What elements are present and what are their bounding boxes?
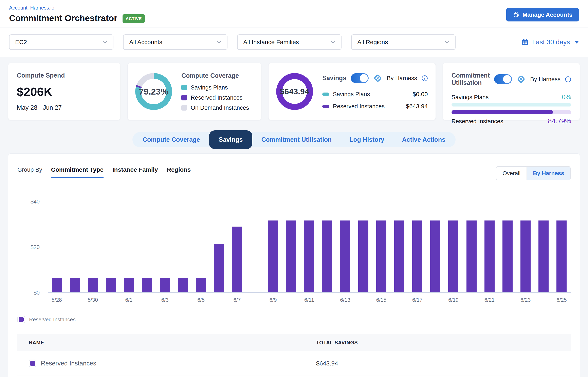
x-axis-tick: 6/19 [444, 297, 462, 303]
x-axis-tick [210, 297, 228, 303]
bar-slot-6/10 [282, 221, 300, 292]
filter-select-1[interactable]: All Accounts [123, 35, 227, 50]
date-range-picker[interactable]: Last 30 days [521, 38, 579, 46]
app-header: Account: Harness.io Commitment Orchestra… [0, 0, 588, 27]
bar-6/7[interactable] [232, 226, 242, 292]
chevron-down-icon [102, 41, 107, 44]
bar-6/12[interactable] [322, 221, 332, 292]
bar-6/16[interactable] [394, 221, 404, 292]
bar-5/31[interactable] [106, 278, 116, 292]
group-by-commitment-type[interactable]: Commitment Type [51, 166, 103, 178]
bar-5/29[interactable] [70, 278, 80, 292]
x-axis-tick [102, 297, 120, 303]
bar-slot-6/7 [228, 226, 246, 292]
bar-6/5[interactable] [196, 278, 206, 292]
bar-slot-6/13 [336, 221, 354, 292]
bar-slot-6/9 [264, 221, 282, 292]
bar-6/3[interactable] [160, 278, 170, 292]
bar-slot-6/19 [444, 221, 462, 292]
tab-log-history[interactable]: Log History [341, 132, 393, 147]
bar-5/30[interactable] [88, 278, 98, 292]
bar-6/11[interactable] [304, 221, 314, 292]
bar-5/28[interactable] [52, 278, 62, 292]
table-header: NAME TOTAL SAVINGS [17, 334, 571, 351]
legend-swatch [322, 105, 329, 108]
view-toggle-by-harness[interactable]: By Harness [527, 167, 570, 180]
bar-6/21[interactable] [485, 221, 495, 292]
legend-swatch [322, 93, 329, 96]
utilisation-by-harness-toggle[interactable] [494, 74, 512, 84]
bar-6/18[interactable] [430, 221, 440, 292]
bar-slot-5/31 [102, 278, 120, 292]
bar-slot-6/20 [462, 221, 480, 292]
bar-slot-6/2 [138, 278, 156, 292]
bar-6/15[interactable] [376, 221, 386, 292]
info-icon[interactable] [565, 76, 571, 82]
savings-by-harness-label: By Harness [387, 75, 417, 82]
bar-6/17[interactable] [412, 221, 422, 292]
view-toggle-overall[interactable]: Overall [496, 167, 527, 180]
bar-6/13[interactable] [340, 221, 350, 292]
bar-6/19[interactable] [448, 221, 458, 292]
savings-title: Savings [322, 74, 346, 82]
row-checkbox[interactable] [29, 360, 36, 367]
bar-slot-6/5 [192, 278, 210, 292]
savings-donut: $643.94 [276, 73, 313, 110]
group-by-regions[interactable]: Regions [167, 166, 191, 178]
chart-x-axis: 5/285/306/16/36/56/76/96/116/136/156/176… [48, 297, 571, 303]
tab-savings[interactable]: Savings [209, 130, 253, 149]
reserved-instances-legend-checkbox[interactable] [17, 316, 25, 323]
x-axis-tick [246, 297, 264, 303]
table-row[interactable]: Reserved Instances$643.94 [17, 351, 571, 376]
savings-by-harness-toggle[interactable] [351, 73, 369, 83]
bar-slot-6/14 [354, 221, 372, 292]
bar-slot-6/12 [318, 221, 336, 292]
coverage-legend-item: Reserved Instances [181, 94, 249, 101]
bar-slot-6/22 [499, 221, 516, 292]
bar-slot-6/3 [156, 278, 174, 292]
bar-6/6[interactable] [214, 244, 224, 292]
bar-6/14[interactable] [358, 221, 368, 292]
filter-select-3[interactable]: All Regions [351, 35, 455, 50]
chevron-down-icon [445, 41, 449, 44]
group-by-instance-family[interactable]: Instance Family [112, 166, 158, 178]
bar-slot-6/24 [535, 221, 553, 292]
bar-6/24[interactable] [538, 221, 549, 292]
bar-6/25[interactable] [556, 221, 566, 292]
savings-bar-chart: $0$20$40 5/285/306/16/36/56/76/96/116/13… [17, 202, 571, 303]
bar-6/2[interactable] [142, 278, 152, 292]
filters-group: EC2All AccountsAll Instance FamiliesAll … [9, 35, 455, 50]
compute-spend-period: May 28 - Jun 27 [17, 104, 112, 111]
legend-swatch [181, 95, 187, 100]
savings-plans-utilisation-bar [452, 103, 571, 106]
bar-6/4[interactable] [178, 278, 188, 292]
filter-select-0[interactable]: EC2 [9, 35, 113, 50]
bar-slot-6/4 [174, 278, 192, 292]
compute-coverage-card: 79.23% Compute Coverage Savings PlansRes… [127, 63, 261, 120]
savings-legend-row: Savings Plans$0.00 [322, 91, 428, 98]
bar-6/23[interactable] [521, 221, 531, 292]
tab-compute-coverage[interactable]: Compute Coverage [134, 132, 209, 147]
bar-6/20[interactable] [466, 221, 477, 292]
tab-active-actions[interactable]: Active Actions [393, 132, 454, 147]
x-axis-tick [462, 297, 480, 303]
bar-6/22[interactable] [502, 221, 513, 292]
account-link[interactable]: Account: Harness.io [9, 5, 145, 11]
x-axis-tick [282, 297, 300, 303]
x-axis-tick: 5/28 [48, 297, 66, 303]
tab-commitment-utilisation[interactable]: Commitment Utilisation [252, 132, 341, 147]
commitment-utilisation-card: Commitment Utilisation By Harness [443, 63, 580, 120]
x-axis-tick [174, 297, 192, 303]
x-axis-tick: 6/17 [408, 297, 426, 303]
bar-slot-6/21 [480, 221, 499, 292]
filter-select-2[interactable]: All Instance Families [237, 35, 342, 50]
calendar-icon [521, 38, 529, 46]
info-icon[interactable] [422, 75, 428, 81]
bar-6/1[interactable] [124, 278, 134, 292]
manage-accounts-button[interactable]: Manage Accounts [506, 8, 579, 22]
coverage-legend-item: Savings Plans [181, 84, 249, 91]
bar-6/10[interactable] [286, 221, 296, 292]
bar-slot-6/11 [300, 221, 318, 292]
bar-6/9[interactable] [268, 221, 278, 292]
x-axis-tick [535, 297, 553, 303]
